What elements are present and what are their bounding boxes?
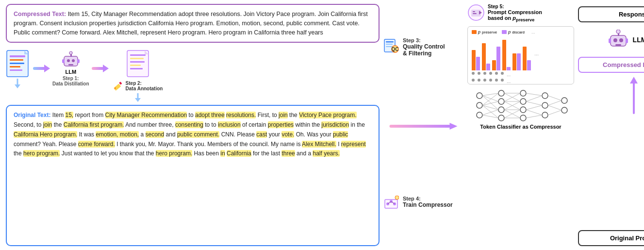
hl-jurisdiction: jurisdiction xyxy=(321,121,349,128)
svg-rect-34 xyxy=(386,41,394,43)
svg-point-12 xyxy=(67,59,70,62)
svg-line-75 xyxy=(482,105,498,118)
bar-orange-6 xyxy=(523,47,527,70)
svg-marker-32 xyxy=(135,98,141,102)
svg-point-58 xyxy=(498,107,504,113)
svg-line-76 xyxy=(482,110,498,115)
svg-point-53 xyxy=(477,93,482,99)
legend-dot-purple xyxy=(502,30,507,34)
svg-marker-109 xyxy=(630,77,638,83)
arrow-down-left xyxy=(15,79,20,88)
hl-cal-first: California first program. xyxy=(64,121,124,128)
step5-num: Step 5: xyxy=(488,4,542,9)
hl-consenting: consenting xyxy=(175,121,203,128)
dot-row-1: ... xyxy=(472,72,570,77)
svg-point-13 xyxy=(72,59,75,62)
main-layout: Compressed Text: Item 15, City Manager R… xyxy=(0,0,644,250)
step5-note-row xyxy=(578,76,644,117)
svg-point-57 xyxy=(498,99,504,104)
hl-three: three xyxy=(281,150,295,157)
step5-title: Prompt Compressionbased on ppreserve xyxy=(488,9,542,22)
bar-chart: ppreserve pdiscard ... xyxy=(467,26,574,84)
bar-purple-1 xyxy=(476,57,480,70)
ellipsis: ... xyxy=(531,30,535,34)
hl-hero2: hero program. xyxy=(156,150,192,157)
svg-rect-101 xyxy=(615,44,621,46)
svg-marker-20 xyxy=(103,65,109,72)
hl-public2: public xyxy=(333,131,348,138)
compressed-prompt-box: Compressed Prompt xyxy=(578,57,644,73)
compressed-text-box: Compressed Text: Item 15, City Manager R… xyxy=(6,4,380,43)
svg-rect-23 xyxy=(130,58,144,59)
svg-line-92 xyxy=(526,110,542,115)
svg-rect-2 xyxy=(10,59,23,61)
svg-line-95 xyxy=(548,100,561,105)
step3-title: Quality Control& Filtering xyxy=(403,43,445,57)
svg-rect-39 xyxy=(390,125,451,128)
original-prompt-box: Original Prompt xyxy=(578,230,644,246)
chart-legend: ppreserve pdiscard ... xyxy=(472,30,570,34)
step4-text: Step 4: Train Compressor xyxy=(403,196,453,208)
arrow-down-step2 xyxy=(135,93,141,102)
step5-icon xyxy=(467,4,485,21)
bar-group-4 xyxy=(502,40,511,70)
svg-rect-108 xyxy=(633,83,635,114)
svg-point-68 xyxy=(561,107,567,113)
bars-ellipsis: ... xyxy=(534,50,539,56)
step5-block: Step 5: Prompt Compressionbased on ppres… xyxy=(467,4,574,22)
svg-point-66 xyxy=(542,112,548,118)
svg-point-60 xyxy=(520,90,526,96)
response-section: Response LLM xyxy=(578,4,644,246)
svg-text:QC: QC xyxy=(392,47,399,52)
svg-line-70 xyxy=(482,96,498,101)
svg-rect-25 xyxy=(130,65,141,66)
svg-line-96 xyxy=(548,105,561,110)
llm-label-response: LLM xyxy=(633,36,644,44)
legend-discard: pdiscard xyxy=(502,30,525,34)
hl-cast: cast xyxy=(256,131,267,138)
svg-rect-24 xyxy=(130,61,145,63)
hl-vote: vote. xyxy=(281,131,294,138)
svg-rect-51 xyxy=(473,13,477,14)
compressed-text-content: Item 15, City Manager Recommendation ado… xyxy=(14,11,368,36)
bar-orange-1 xyxy=(472,50,476,70)
left-area: Compressed Text: Item 15, City Manager R… xyxy=(6,4,380,246)
svg-point-100 xyxy=(619,38,623,42)
hl-represent: represent xyxy=(341,141,366,148)
svg-rect-104 xyxy=(609,38,611,43)
hl-in: in xyxy=(220,150,225,157)
bar-orange-4 xyxy=(502,40,506,70)
step3-text: Step 3: Quality Control& Filtering xyxy=(403,37,445,57)
document-icon-right xyxy=(126,50,149,78)
bar-group-3 xyxy=(492,47,500,70)
svg-rect-17 xyxy=(62,59,65,63)
hl-join1: join xyxy=(279,112,288,118)
hl-15: 15, xyxy=(65,112,73,118)
legend-preserve: ppreserve xyxy=(472,30,497,34)
flow-row: LLM Step 1: Data Distillation xyxy=(6,46,380,102)
svg-point-56 xyxy=(498,90,504,96)
bar-group-2 xyxy=(482,43,490,70)
svg-point-103 xyxy=(616,30,620,33)
original-text-box: Original Text: Item 15, report from City… xyxy=(6,105,380,246)
step2-num: Step 2: xyxy=(126,81,142,86)
hl-emotion: emotion, motion, xyxy=(96,131,139,138)
svg-point-54 xyxy=(477,102,482,108)
svg-rect-9 xyxy=(33,67,45,70)
svg-rect-28 xyxy=(114,84,121,91)
step3-card: QC Step 3: Quality Control& Filtering xyxy=(383,37,463,57)
svg-point-62 xyxy=(520,107,526,113)
svg-rect-35 xyxy=(386,44,393,45)
hl-resolutions: resolutions. xyxy=(226,112,256,118)
step1-num: Step 1: xyxy=(63,76,79,81)
svg-line-77 xyxy=(482,115,498,118)
step4-card: Step 4: Train Compressor xyxy=(383,196,463,213)
hl-cal-hero: California Hero program. xyxy=(14,131,77,138)
step1-title: Data Distillation xyxy=(52,81,89,86)
chart-bars-container: ... xyxy=(472,36,570,70)
original-text-label: Original Text: xyxy=(14,112,50,118)
svg-point-47 xyxy=(395,196,399,200)
svg-point-61 xyxy=(520,99,526,104)
svg-point-67 xyxy=(561,98,567,103)
hl-cmr: City Manager Recommendation xyxy=(105,112,187,118)
